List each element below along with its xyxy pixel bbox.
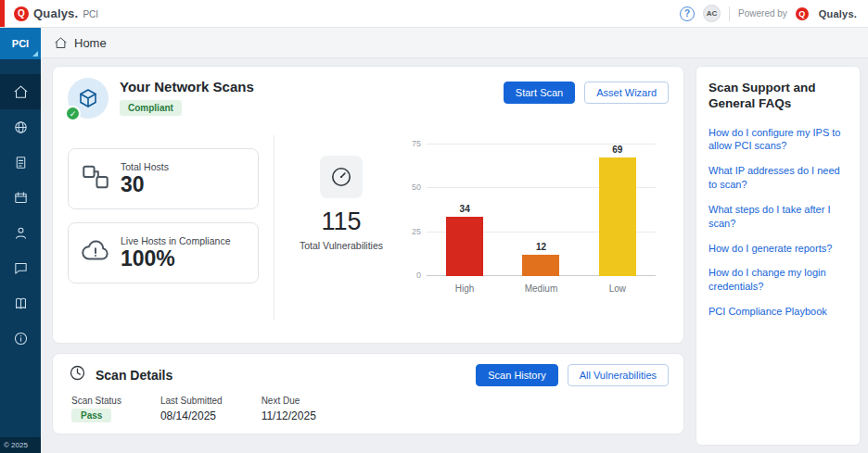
book-icon	[13, 296, 29, 311]
gauge-icon	[320, 156, 363, 198]
vulnerability-bar-chart: 0255075341269 HighMediumLow	[393, 135, 669, 321]
bar-rect	[522, 255, 559, 276]
sidebar-item-scans[interactable]	[0, 109, 41, 145]
main-content: ✓ Your Network Scans Compliant Start Sca…	[41, 58, 868, 453]
powered-by-label: Powered by	[738, 8, 787, 19]
brand-accent-strip	[0, 0, 5, 27]
x-axis-label: High	[437, 283, 492, 294]
scan-status-label: Scan Status	[71, 396, 121, 406]
scan-details-title: Scan Details	[96, 368, 172, 383]
compliance-status-badge: Compliant	[120, 100, 182, 116]
scan-details-header: Scan Details Scan History All Vulnerabil…	[68, 363, 669, 386]
bar-value-label: 12	[536, 242, 546, 252]
live-hosts-card: Live Hosts in Compliance 100%	[68, 222, 259, 283]
network-card-titles: Your Network Scans Compliant	[120, 78, 254, 116]
bar-rect	[599, 157, 636, 276]
faq-link-ips[interactable]: How do I configure my IPS to allow PCI s…	[708, 126, 848, 154]
user-avatar[interactable]: AC	[703, 5, 721, 22]
sidebar-item-assets[interactable]	[0, 180, 41, 215]
sidebar-item-home[interactable]	[0, 74, 41, 109]
powered-by-brand-name: Qualys.	[819, 8, 857, 19]
sidebar-item-reports[interactable]	[0, 145, 41, 180]
faq-link-credentials[interactable]: How do I change my login credentials?	[708, 266, 848, 294]
bar-low[interactable]: 69	[598, 145, 637, 276]
bar-high[interactable]: 34	[445, 145, 484, 276]
live-hosts-label: Live Hosts in Compliance	[121, 235, 230, 246]
bar-medium[interactable]: 12	[521, 145, 560, 276]
network-card-header: ✓ Your Network Scans Compliant Start Sca…	[68, 78, 669, 119]
total-vulnerabilities-value: 115	[321, 208, 361, 236]
app-window: Q Qualys. PCI ? AC Powered by Q Qualys. …	[0, 0, 868, 453]
scan-details-fields: Scan Status Pass Last Submitted 08/14/20…	[68, 396, 669, 422]
next-due-label: Next Due	[262, 396, 316, 406]
breadcrumb-home-label[interactable]: Home	[74, 36, 107, 50]
bar-value-label: 34	[460, 204, 470, 214]
total-hosts-value: 30	[121, 172, 169, 196]
last-submitted-field: Last Submitted 08/14/2025	[160, 396, 223, 422]
home-icon	[13, 84, 29, 100]
y-axis-tick-label: 75	[402, 139, 421, 148]
faq-links: How do I configure my IPS to allow PCI s…	[708, 126, 848, 319]
brand-name: Qualys.	[33, 6, 78, 20]
faq-link-after-scan[interactable]: What steps do I take after I scan?	[708, 203, 848, 231]
help-icon[interactable]: ?	[680, 6, 695, 21]
qualys-logo-icon[interactable]: Q	[14, 6, 29, 21]
asset-wizard-button[interactable]: Asset Wizard	[584, 82, 669, 104]
report-icon	[13, 155, 29, 170]
faq-link-playbook[interactable]: PCI Compliance Playbook	[708, 305, 848, 319]
scan-history-button[interactable]: Scan History	[476, 364, 557, 386]
sidebar-nav	[0, 74, 41, 437]
globe-icon	[13, 120, 29, 135]
sidebar-item-users[interactable]	[0, 215, 41, 250]
network-scans-card: ✓ Your Network Scans Compliant Start Sca…	[52, 66, 684, 344]
total-vulnerabilities-summary: 115 Total Vulnerabilities	[289, 135, 393, 321]
bar-group: 341269	[427, 145, 656, 276]
total-hosts-label: Total Hosts	[121, 161, 169, 172]
faq-panel: Scan Support and General FAQs How do I c…	[696, 66, 861, 446]
topbar-divider	[729, 6, 730, 21]
network-card-title: Your Network Scans	[120, 79, 254, 94]
last-submitted-value: 08/14/2025	[160, 409, 223, 422]
sidebar-item-library[interactable]	[0, 285, 41, 321]
primary-column: ✓ Your Network Scans Compliant Start Sca…	[52, 66, 684, 446]
sidebar-item-info[interactable]	[0, 321, 41, 356]
sidebar: PCI	[0, 28, 41, 453]
bar-chart-x-labels: HighMediumLow	[427, 283, 656, 294]
copyright-label: © 2025	[0, 437, 41, 453]
cloud-alert-icon	[80, 235, 111, 271]
y-axis-tick-label: 0	[402, 271, 421, 280]
person-icon	[13, 225, 29, 241]
next-due-field: Next Due 11/12/2025	[262, 396, 316, 422]
network-icon-wrap: ✓	[68, 78, 108, 119]
info-icon	[13, 331, 29, 346]
total-hosts-text: Total Hosts 30	[121, 161, 169, 196]
sidebar-item-support[interactable]	[0, 250, 41, 285]
scan-status-field: Scan Status Pass	[71, 396, 121, 422]
calendar-icon	[13, 190, 29, 206]
x-axis-label: Medium	[513, 283, 568, 294]
scan-status-badge: Pass	[71, 409, 111, 422]
compliant-check-icon: ✓	[65, 106, 81, 121]
home-breadcrumb-icon[interactable]	[54, 36, 68, 50]
faq-link-ip-addresses[interactable]: What IP addresses do I need to scan?	[708, 164, 848, 192]
breadcrumb: Home	[41, 28, 868, 58]
topbar-right-group: ? AC Powered by Q Qualys.	[680, 5, 868, 22]
total-vulnerabilities-label: Total Vulnerabilities	[300, 240, 383, 251]
scan-details-card: Scan Details Scan History All Vulnerabil…	[52, 353, 684, 434]
faq-link-reports[interactable]: How do I generate reports?	[708, 242, 848, 256]
hosts-icon	[80, 161, 111, 196]
scan-details-icon	[68, 363, 96, 386]
stats-column: Total Hosts 30 Live Hosts in Compliance …	[68, 135, 259, 321]
start-scan-button[interactable]: Start Scan	[504, 82, 575, 104]
bar-value-label: 69	[612, 145, 622, 155]
top-bar: Q Qualys. PCI ? AC Powered by Q Qualys.	[0, 0, 868, 28]
module-tag: PCI	[83, 9, 98, 19]
next-due-value: 11/12/2025	[262, 409, 316, 422]
scan-details-actions: Scan History All Vulnerabilities	[476, 364, 669, 386]
chat-icon	[13, 260, 29, 276]
last-submitted-label: Last Submitted	[160, 396, 223, 406]
sidebar-module-pci[interactable]: PCI	[0, 28, 41, 59]
faq-title: Scan Support and General FAQs	[708, 80, 848, 112]
all-vulnerabilities-button[interactable]: All Vulnerabilities	[568, 364, 669, 386]
vertical-divider	[274, 135, 274, 321]
